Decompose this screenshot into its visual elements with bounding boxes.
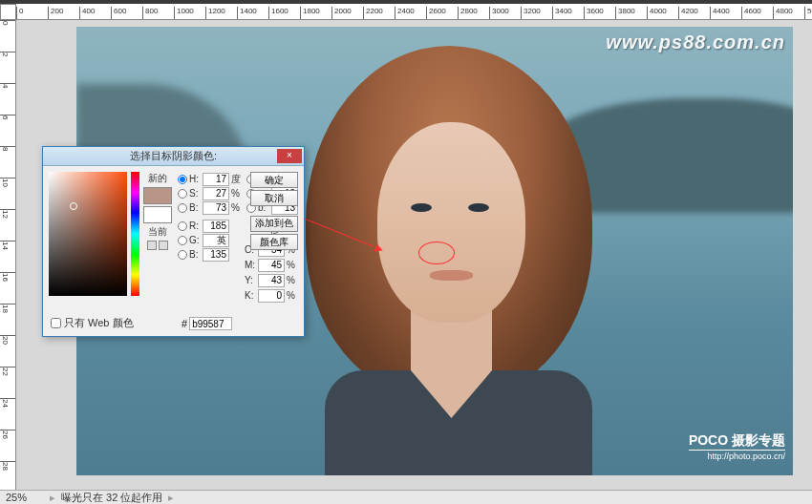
hue-slider[interactable] (131, 172, 139, 296)
radio-h[interactable] (178, 175, 187, 184)
zoom-level[interactable]: 25% (6, 492, 44, 503)
sample-target-marker (418, 242, 455, 264)
r-field[interactable] (203, 220, 229, 233)
dialog-title-text: 选择目标阴影颜色: (130, 149, 217, 163)
dialog-titlebar[interactable]: 选择目标阴影颜色: × (43, 147, 304, 166)
status-doc-info: 曝光只在 32 位起作用 (61, 491, 162, 505)
close-button[interactable]: × (277, 149, 302, 163)
ruler-corner[interactable] (0, 4, 16, 20)
m-field[interactable] (258, 259, 285, 272)
radio-r[interactable] (178, 221, 187, 231)
warning-swatches[interactable] (147, 241, 168, 250)
color-picker-dialog[interactable]: 选择目标阴影颜色: × 新的 当前 H:度 S:% B:% (42, 146, 305, 337)
ruler-horizontal[interactable]: 0200400600800100012001400160018002000220… (16, 4, 812, 20)
radio-s[interactable] (178, 189, 187, 199)
web-only-checkbox[interactable] (51, 318, 61, 328)
bval-field[interactable] (203, 248, 229, 262)
k-field[interactable] (258, 289, 285, 303)
swatch-current (143, 206, 172, 223)
ok-button[interactable]: 确定 (250, 172, 298, 188)
s-field[interactable] (203, 187, 229, 200)
color-field[interactable] (49, 172, 127, 296)
radio-g[interactable] (178, 236, 187, 245)
y-field[interactable] (258, 274, 285, 287)
web-only-label: 只有 Web 颜色 (64, 316, 134, 330)
color-field-cursor[interactable] (70, 202, 77, 210)
watermark-bottom: POCO 摄影专题 http://photo.poco.cn/ (689, 432, 785, 461)
canvas-workspace[interactable]: www.ps88.com.cn POCO 摄影专题 http://photo.p… (16, 20, 812, 490)
radio-b[interactable] (178, 203, 187, 213)
cancel-button[interactable]: 取消 (250, 190, 298, 206)
ruler-vertical[interactable]: 024681012141618202224262830 (0, 20, 16, 490)
g-field[interactable] (203, 234, 229, 247)
status-bar: 25% ▸ 曝光只在 32 位起作用 ▸ (0, 490, 812, 504)
h-field[interactable] (203, 173, 229, 186)
hex-field[interactable] (189, 317, 232, 330)
color-lib-button[interactable]: 颜色库 (250, 234, 298, 250)
radio-bv[interactable] (178, 250, 187, 260)
hex-prefix: # (182, 318, 187, 329)
add-swatch-button[interactable]: 添加到色板 (250, 216, 298, 232)
swatch-new-label: 新的 (148, 172, 167, 185)
watermark-top: www.ps88.com.cn (606, 32, 785, 53)
swatch-new (143, 187, 172, 204)
b-field[interactable] (203, 201, 229, 215)
swatch-current-label: 当前 (148, 225, 167, 239)
